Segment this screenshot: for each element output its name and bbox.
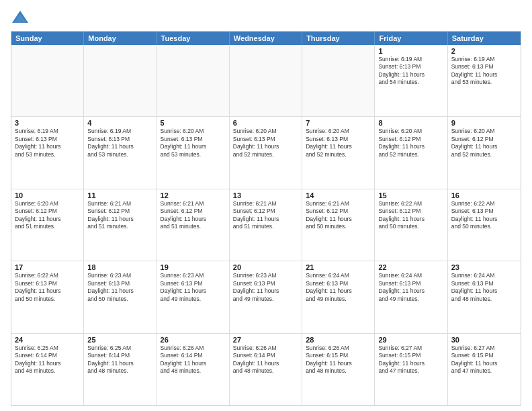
day-number: 15 bbox=[378, 191, 443, 199]
day-info: Sunrise: 6:21 AM Sunset: 6:12 PM Dayligh… bbox=[161, 200, 226, 231]
day-number: 1 bbox=[378, 47, 443, 55]
day-cell-20: 20Sunrise: 6:23 AM Sunset: 6:13 PM Dayli… bbox=[230, 261, 302, 332]
day-info: Sunrise: 6:21 AM Sunset: 6:12 PM Dayligh… bbox=[233, 200, 298, 231]
day-info: Sunrise: 6:23 AM Sunset: 6:13 PM Dayligh… bbox=[161, 272, 226, 303]
day-number: 23 bbox=[451, 263, 517, 271]
day-number: 25 bbox=[87, 336, 152, 344]
page: SundayMondayTuesdayWednesdayThursdayFrid… bbox=[0, 0, 532, 411]
day-number: 11 bbox=[87, 191, 152, 199]
day-info: Sunrise: 6:25 AM Sunset: 6:14 PM Dayligh… bbox=[87, 345, 152, 375]
day-cell-3: 3Sunrise: 6:19 AM Sunset: 6:13 PM Daylig… bbox=[11, 117, 84, 188]
header-day-monday: Monday bbox=[84, 32, 157, 45]
calendar-row-5: 24Sunrise: 6:25 AM Sunset: 6:14 PM Dayli… bbox=[11, 333, 521, 405]
day-info: Sunrise: 6:19 AM Sunset: 6:13 PM Dayligh… bbox=[451, 56, 517, 87]
day-cell-1: 1Sunrise: 6:19 AM Sunset: 6:13 PM Daylig… bbox=[375, 45, 447, 116]
day-cell-4: 4Sunrise: 6:19 AM Sunset: 6:13 PM Daylig… bbox=[84, 117, 157, 188]
day-info: Sunrise: 6:25 AM Sunset: 6:14 PM Dayligh… bbox=[15, 345, 80, 375]
day-cell-16: 16Sunrise: 6:22 AM Sunset: 6:13 PM Dayli… bbox=[448, 189, 521, 261]
day-info: Sunrise: 6:24 AM Sunset: 6:13 PM Dayligh… bbox=[378, 272, 443, 303]
day-cell-5: 5Sunrise: 6:20 AM Sunset: 6:13 PM Daylig… bbox=[157, 117, 230, 188]
day-number: 14 bbox=[306, 191, 371, 199]
day-number: 22 bbox=[378, 263, 443, 271]
header-day-thursday: Thursday bbox=[302, 32, 375, 45]
day-info: Sunrise: 6:21 AM Sunset: 6:12 PM Dayligh… bbox=[306, 200, 371, 231]
day-cell-15: 15Sunrise: 6:22 AM Sunset: 6:12 PM Dayli… bbox=[375, 189, 447, 261]
day-cell-23: 23Sunrise: 6:24 AM Sunset: 6:13 PM Dayli… bbox=[448, 261, 521, 332]
day-cell-14: 14Sunrise: 6:21 AM Sunset: 6:12 PM Dayli… bbox=[302, 189, 375, 261]
day-cell-24: 24Sunrise: 6:25 AM Sunset: 6:14 PM Dayli… bbox=[11, 334, 84, 405]
header-day-wednesday: Wednesday bbox=[230, 32, 302, 45]
day-cell-2: 2Sunrise: 6:19 AM Sunset: 6:13 PM Daylig… bbox=[448, 45, 521, 116]
day-number: 20 bbox=[233, 263, 298, 271]
day-number: 13 bbox=[233, 191, 298, 199]
day-cell-9: 9Sunrise: 6:20 AM Sunset: 6:12 PM Daylig… bbox=[448, 117, 521, 188]
day-cell-7: 7Sunrise: 6:20 AM Sunset: 6:13 PM Daylig… bbox=[302, 117, 375, 188]
day-info: Sunrise: 6:26 AM Sunset: 6:14 PM Dayligh… bbox=[161, 345, 226, 375]
day-number: 24 bbox=[15, 336, 80, 344]
day-info: Sunrise: 6:23 AM Sunset: 6:13 PM Dayligh… bbox=[233, 272, 298, 303]
day-cell-18: 18Sunrise: 6:23 AM Sunset: 6:13 PM Dayli… bbox=[84, 261, 157, 332]
day-cell-25: 25Sunrise: 6:25 AM Sunset: 6:14 PM Dayli… bbox=[84, 334, 157, 405]
day-number: 28 bbox=[306, 336, 371, 344]
day-cell-10: 10Sunrise: 6:20 AM Sunset: 6:12 PM Dayli… bbox=[11, 189, 84, 261]
day-cell-12: 12Sunrise: 6:21 AM Sunset: 6:12 PM Dayli… bbox=[157, 189, 230, 261]
day-info: Sunrise: 6:27 AM Sunset: 6:15 PM Dayligh… bbox=[451, 345, 517, 375]
day-info: Sunrise: 6:20 AM Sunset: 6:13 PM Dayligh… bbox=[161, 128, 226, 158]
day-number: 18 bbox=[87, 263, 152, 271]
day-number: 26 bbox=[161, 336, 226, 344]
day-number: 10 bbox=[15, 191, 80, 199]
day-number: 5 bbox=[161, 119, 226, 127]
empty-cell-r0c3 bbox=[230, 45, 302, 116]
day-info: Sunrise: 6:24 AM Sunset: 6:13 PM Dayligh… bbox=[451, 272, 517, 303]
calendar-row-3: 10Sunrise: 6:20 AM Sunset: 6:12 PM Dayli… bbox=[11, 189, 521, 261]
empty-cell-r0c2 bbox=[157, 45, 230, 116]
day-info: Sunrise: 6:20 AM Sunset: 6:12 PM Dayligh… bbox=[15, 200, 80, 231]
header-day-tuesday: Tuesday bbox=[157, 32, 230, 45]
calendar-row-4: 17Sunrise: 6:22 AM Sunset: 6:13 PM Dayli… bbox=[11, 261, 521, 332]
day-info: Sunrise: 6:27 AM Sunset: 6:15 PM Dayligh… bbox=[378, 345, 443, 375]
day-cell-29: 29Sunrise: 6:27 AM Sunset: 6:15 PM Dayli… bbox=[375, 334, 447, 405]
day-info: Sunrise: 6:21 AM Sunset: 6:12 PM Dayligh… bbox=[87, 200, 152, 231]
day-number: 17 bbox=[15, 263, 80, 271]
day-number: 29 bbox=[378, 336, 443, 344]
day-number: 21 bbox=[306, 263, 371, 271]
day-cell-26: 26Sunrise: 6:26 AM Sunset: 6:14 PM Dayli… bbox=[157, 334, 230, 405]
day-info: Sunrise: 6:19 AM Sunset: 6:13 PM Dayligh… bbox=[87, 128, 152, 158]
day-info: Sunrise: 6:19 AM Sunset: 6:13 PM Dayligh… bbox=[378, 56, 443, 87]
day-info: Sunrise: 6:26 AM Sunset: 6:14 PM Dayligh… bbox=[233, 345, 298, 375]
day-number: 3 bbox=[15, 119, 80, 127]
header-day-sunday: Sunday bbox=[11, 32, 84, 45]
day-number: 6 bbox=[233, 119, 298, 127]
day-cell-27: 27Sunrise: 6:26 AM Sunset: 6:14 PM Dayli… bbox=[230, 334, 302, 405]
calendar-body: 1Sunrise: 6:19 AM Sunset: 6:13 PM Daylig… bbox=[11, 45, 521, 405]
day-cell-13: 13Sunrise: 6:21 AM Sunset: 6:12 PM Dayli… bbox=[230, 189, 302, 261]
empty-cell-r0c0 bbox=[11, 45, 84, 116]
day-cell-28: 28Sunrise: 6:26 AM Sunset: 6:15 PM Dayli… bbox=[302, 334, 375, 405]
day-cell-8: 8Sunrise: 6:20 AM Sunset: 6:12 PM Daylig… bbox=[375, 117, 447, 188]
day-info: Sunrise: 6:22 AM Sunset: 6:13 PM Dayligh… bbox=[15, 272, 80, 303]
day-info: Sunrise: 6:20 AM Sunset: 6:13 PM Dayligh… bbox=[233, 128, 298, 158]
day-cell-17: 17Sunrise: 6:22 AM Sunset: 6:13 PM Dayli… bbox=[11, 261, 84, 332]
day-number: 9 bbox=[451, 119, 517, 127]
day-number: 27 bbox=[233, 336, 298, 344]
day-number: 8 bbox=[378, 119, 443, 127]
empty-cell-r0c1 bbox=[84, 45, 157, 116]
day-number: 12 bbox=[161, 191, 226, 199]
empty-cell-r0c4 bbox=[302, 45, 375, 116]
day-info: Sunrise: 6:22 AM Sunset: 6:13 PM Dayligh… bbox=[451, 200, 517, 231]
day-cell-11: 11Sunrise: 6:21 AM Sunset: 6:12 PM Dayli… bbox=[84, 189, 157, 261]
header-day-friday: Friday bbox=[375, 32, 447, 45]
day-number: 16 bbox=[451, 191, 517, 199]
calendar-header: SundayMondayTuesdayWednesdayThursdayFrid… bbox=[11, 32, 521, 45]
logo-icon bbox=[11, 8, 30, 27]
day-info: Sunrise: 6:20 AM Sunset: 6:12 PM Dayligh… bbox=[451, 128, 517, 158]
calendar-row-1: 1Sunrise: 6:19 AM Sunset: 6:13 PM Daylig… bbox=[11, 45, 521, 116]
day-number: 2 bbox=[451, 47, 517, 55]
day-info: Sunrise: 6:22 AM Sunset: 6:12 PM Dayligh… bbox=[378, 200, 443, 231]
day-number: 7 bbox=[306, 119, 371, 127]
day-info: Sunrise: 6:26 AM Sunset: 6:15 PM Dayligh… bbox=[306, 345, 371, 375]
day-info: Sunrise: 6:19 AM Sunset: 6:13 PM Dayligh… bbox=[15, 128, 80, 158]
header bbox=[11, 8, 521, 27]
calendar-row-2: 3Sunrise: 6:19 AM Sunset: 6:13 PM Daylig… bbox=[11, 116, 521, 188]
day-cell-6: 6Sunrise: 6:20 AM Sunset: 6:13 PM Daylig… bbox=[230, 117, 302, 188]
